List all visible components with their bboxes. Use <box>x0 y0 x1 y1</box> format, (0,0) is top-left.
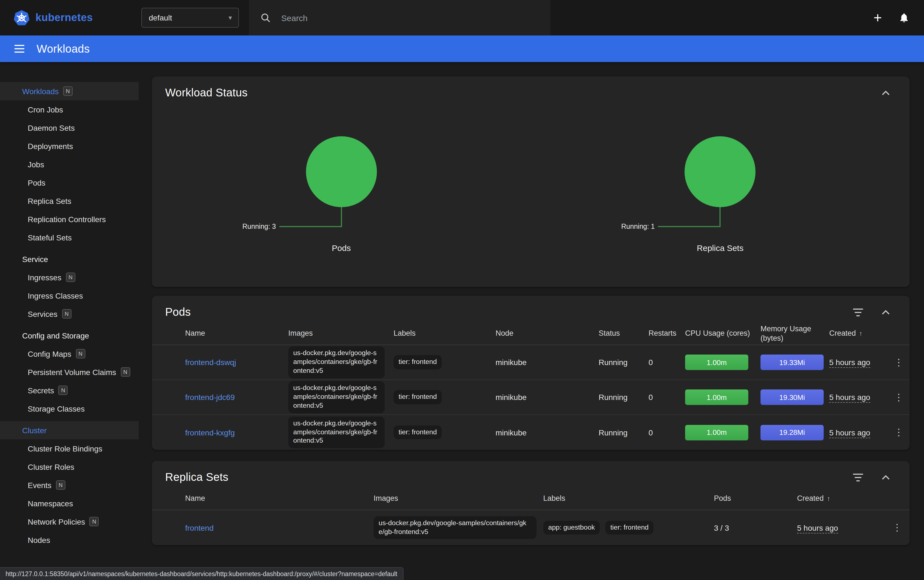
collapse-chevron-up-icon[interactable] <box>882 475 889 479</box>
notifications-bell-icon[interactable] <box>899 12 909 23</box>
label-chip: tier: frontend <box>605 521 653 535</box>
pie-annotation-line <box>658 226 720 227</box>
sidebar-item-cron-jobs[interactable]: Cron Jobs <box>0 100 139 119</box>
sidebar-item-pods[interactable]: Pods <box>0 173 139 192</box>
sidebar-item-network-policies[interactable]: Network Policies N <box>0 512 139 531</box>
sidebar-item-stateful-sets[interactable]: Stateful Sets <box>0 228 139 247</box>
column-header-created[interactable]: Created↑ <box>790 494 884 504</box>
pie-annotation-line <box>720 207 721 227</box>
image-chip: us-docker.pkg.dev/google-samples/contain… <box>288 416 384 448</box>
namespace-select[interactable]: default ▾ <box>142 8 239 28</box>
brand-text: kubernetes <box>35 12 93 24</box>
sidebar-item-ingress-classes[interactable]: Ingress Classes <box>0 287 139 305</box>
pie-annotation-line <box>279 226 342 227</box>
cpu-usage-bar: 1.00m <box>685 425 748 440</box>
sidebar-item-cluster-roles[interactable]: Cluster Roles <box>0 458 139 476</box>
pod-table-row: frontend-dswqj us-docker.pkg.dev/google-… <box>152 345 909 380</box>
top-bar: kubernetes default ▾ + <box>0 0 924 35</box>
cpu-usage-bar: 1.00m <box>685 354 748 370</box>
cpu-usage-bar: 1.00m <box>685 389 748 405</box>
main-content: Workload Status Running: 3 Pods <box>139 62 924 580</box>
sidebar-item-events[interactable]: Events N <box>0 476 139 494</box>
column-header-images: Images <box>367 494 536 504</box>
kubernetes-logo-link[interactable]: kubernetes <box>13 10 93 26</box>
memory-usage-bar: 19.33Mi <box>761 354 824 370</box>
sidebar-item-deployments[interactable]: Deployments <box>0 137 139 155</box>
namespaced-badge: N <box>120 367 130 377</box>
pods-card-title: Pods <box>165 306 191 318</box>
sidebar-item-namespaces[interactable]: Namespaces <box>0 494 139 512</box>
column-header-created[interactable]: Created↑ <box>823 329 888 338</box>
pod-node: minikube <box>489 428 592 437</box>
sort-ascending-icon: ↑ <box>827 495 830 503</box>
sidebar-item-workloads[interactable]: Workloads N <box>0 82 139 100</box>
pod-restarts: 0 <box>642 393 678 402</box>
row-menu-kebab-icon[interactable]: ⋮ <box>891 427 907 438</box>
kubernetes-dashboard: kubernetes default ▾ + Workloads <box>0 0 924 580</box>
row-menu-kebab-icon[interactable]: ⋮ <box>891 392 907 402</box>
sidebar-item-nodes[interactable]: Nodes <box>0 531 139 549</box>
namespaced-badge: N <box>89 517 99 526</box>
sidebar-item-service[interactable]: Service <box>0 250 139 268</box>
sidebar-item-services[interactable]: Services N <box>0 305 139 323</box>
namespaced-badge: N <box>58 386 68 395</box>
pod-name-link[interactable]: frontend-jdc69 <box>185 393 235 402</box>
image-chip: us-docker.pkg.dev/google-samples/contain… <box>288 381 384 413</box>
sidebar-item-replica-sets[interactable]: Replica Sets <box>0 192 139 210</box>
filter-icon[interactable] <box>853 473 863 481</box>
page-title: Workloads <box>36 42 90 55</box>
workload-status-charts: Running: 3 Pods Running: 1 Replica Sets <box>152 106 909 272</box>
pod-node: minikube <box>489 358 592 367</box>
sidebar-item-daemon-sets[interactable]: Daemon Sets <box>0 119 139 137</box>
collapse-chevron-up-icon[interactable] <box>882 91 889 95</box>
replica-set-name-link[interactable]: frontend <box>185 523 214 532</box>
memory-usage-bar: 19.28Mi <box>761 425 824 440</box>
column-header-cpu: CPU Usage (cores) <box>678 329 754 338</box>
chart-name: Pods <box>152 243 531 253</box>
pod-name-link[interactable]: frontend-kxgfg <box>185 428 235 437</box>
search-input[interactable] <box>281 13 540 22</box>
column-header-labels: Labels <box>536 494 707 504</box>
pod-name-link[interactable]: frontend-dswqj <box>185 358 236 367</box>
sidebar-item-storage-classes[interactable]: Storage Classes <box>0 399 139 418</box>
pod-status: Running <box>592 428 642 437</box>
replica-set-table-row: frontend us-docker.pkg.dev/google-sample… <box>152 510 909 545</box>
search-bar <box>249 0 551 35</box>
chart-name: Replica Sets <box>531 243 909 253</box>
pod-table-row: frontend-jdc69 us-docker.pkg.dev/google-… <box>152 380 909 415</box>
kubernetes-logo-icon <box>13 10 30 26</box>
search-icon <box>260 12 271 23</box>
sidebar-item-ingresses[interactable]: Ingresses N <box>0 268 139 287</box>
image-chip: us-docker.pkg.dev/google-samples/contain… <box>288 346 384 378</box>
sidebar-item-config-maps[interactable]: Config Maps N <box>0 344 139 363</box>
topbar-actions: + <box>874 10 909 25</box>
sidebar-item-config-and-storage[interactable]: Config and Storage <box>0 326 139 344</box>
sidebar-item-secrets[interactable]: Secrets N <box>0 381 139 399</box>
sidebar-item-cluster[interactable]: Cluster <box>0 421 139 439</box>
sidebar-item-jobs[interactable]: Jobs <box>0 155 139 173</box>
row-menu-kebab-icon[interactable]: ⋮ <box>891 357 907 367</box>
collapse-chevron-up-icon[interactable] <box>882 310 889 315</box>
link-preview-statusbar: http://127.0.0.1:58350/api/v1/namespaces… <box>0 567 404 580</box>
namespaced-badge: N <box>66 273 75 282</box>
sidebar-item-replication-controllers[interactable]: Replication Controllers <box>0 210 139 228</box>
pie-running-icon <box>306 136 377 207</box>
column-header-restarts: Restarts <box>642 329 678 338</box>
column-header-name[interactable]: Name <box>178 329 282 338</box>
pod-restarts: 0 <box>642 428 678 437</box>
replica-sets-card-title: Replica Sets <box>165 471 228 484</box>
replica-sets-card: Replica Sets Name Images Labels <box>152 461 909 545</box>
filter-icon[interactable] <box>853 308 863 316</box>
row-menu-kebab-icon[interactable]: ⋮ <box>889 522 905 533</box>
create-resource-button[interactable]: + <box>874 10 882 25</box>
pod-created: 5 hours ago <box>829 393 870 403</box>
column-header-pods: Pods <box>707 494 790 504</box>
menu-hamburger-icon[interactable] <box>15 45 25 53</box>
column-header-name[interactable]: Name <box>178 494 367 504</box>
replica-set-created: 5 hours ago <box>797 523 838 533</box>
sidebar-item-persistent-volume-claims[interactable]: Persistent Volume Claims N <box>0 363 139 381</box>
pods-table-header: Name Images Labels Node Status Restarts … <box>152 323 909 345</box>
sidebar-item-cluster-role-bindings[interactable]: Cluster Role Bindings <box>0 439 139 458</box>
pods-card: Pods Name Images Labels No <box>152 296 909 450</box>
namespaced-badge: N <box>63 86 73 96</box>
